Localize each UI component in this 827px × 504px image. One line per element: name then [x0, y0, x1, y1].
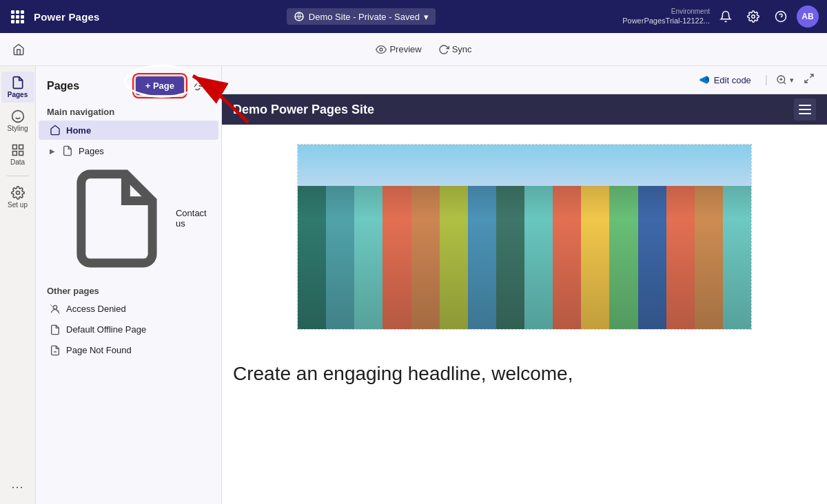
nav-item-home-label: Home — [66, 125, 91, 136]
app-launcher-icon[interactable] — [8, 8, 27, 26]
svg-point-3 — [380, 48, 382, 51]
page-nav-icon — [62, 145, 73, 156]
pages-panel-title: Pages — [47, 80, 130, 92]
sync-icon — [438, 44, 449, 55]
svg-line-14 — [784, 82, 786, 84]
svg-point-9 — [16, 191, 19, 195]
site-icon — [294, 11, 305, 22]
nav-item-pages[interactable]: ▶ Pages — [39, 141, 218, 160]
preview-label: Preview — [389, 44, 421, 54]
settings-button[interactable] — [742, 6, 765, 27]
sync-label: Sync — [452, 44, 472, 54]
environment-value: PowerPagesTrial-12122... — [622, 16, 710, 25]
expand-button[interactable] — [799, 70, 819, 90]
avatar[interactable]: AB — [797, 6, 819, 28]
styling-icon — [11, 109, 25, 123]
edit-toolbar: Edit code | ▾ — [222, 66, 827, 94]
svg-rect-7 — [19, 151, 23, 156]
svg-rect-8 — [12, 151, 17, 156]
app-name: Power Pages — [34, 11, 100, 23]
sidebar-data-label: Data — [10, 158, 25, 166]
svg-rect-5 — [12, 145, 17, 149]
vscode-icon — [699, 74, 710, 85]
home-icon — [12, 43, 25, 56]
preview-headline: Create an engaging headline, welcome, — [233, 349, 816, 392]
sidebar-styling-label: Styling — [7, 125, 28, 132]
main-layout: Pages Styling Data Set up ··· Pages — [0, 66, 827, 504]
preview-hamburger[interactable] — [794, 98, 816, 120]
gear-icon — [747, 10, 759, 23]
contact-nav-icon — [63, 165, 170, 272]
sync-button[interactable]: Sync — [433, 41, 478, 58]
sidebar-setup-label: Set up — [8, 201, 28, 209]
zoom-icon — [776, 74, 787, 85]
sidebar-separator — [7, 176, 29, 176]
nav-item-access-denied[interactable]: Access Denied — [39, 300, 218, 319]
svg-point-4 — [12, 111, 23, 123]
preview-content-area: Create an engaging headline, welcome, — [222, 349, 827, 392]
offline-page-icon — [50, 324, 61, 335]
nav-item-access-denied-label: Access Denied — [66, 304, 126, 314]
preview-button[interactable]: Preview — [370, 41, 427, 58]
top-bar: Power Pages Demo Site - Private - Saved … — [0, 0, 827, 33]
nav-item-pages-label: Pages — [79, 146, 104, 156]
sidebar-item-data[interactable]: Data — [1, 139, 34, 170]
svg-rect-6 — [19, 145, 23, 149]
link-icon — [194, 78, 206, 91]
sidebar-pages-label: Pages — [8, 91, 28, 98]
dot-grid — [11, 10, 24, 23]
other-pages-label: Other pages — [36, 282, 221, 299]
home-nav-icon — [50, 125, 61, 136]
toolbar-sep: | — [765, 74, 768, 86]
site-selector[interactable]: Demo Site - Private - Saved ▾ — [287, 8, 436, 25]
help-icon — [775, 10, 787, 23]
nav-item-contact[interactable]: Contact us — [39, 162, 218, 275]
more-dots: ··· — [11, 480, 23, 494]
page-preview: Demo Power Pages Site — [222, 94, 827, 504]
zoom-chevron: ▾ — [790, 76, 794, 85]
svg-line-17 — [810, 74, 813, 78]
sidebar-item-setup[interactable]: Set up — [1, 182, 34, 213]
pages-icon — [11, 76, 25, 90]
not-found-icon — [50, 345, 61, 356]
expand-icon — [804, 73, 815, 84]
second-bar: Preview Sync — [0, 33, 827, 66]
preview-icon — [376, 44, 387, 55]
zoom-control[interactable]: ▾ — [776, 74, 794, 85]
environment-label: Environment — [622, 7, 710, 16]
nav-item-offline-label: Default Offline Page — [66, 324, 146, 335]
preview-hero-image — [297, 144, 752, 330]
access-denied-icon — [50, 304, 61, 315]
pages-chevron: ▶ — [50, 147, 55, 155]
nav-item-not-found-label: Page Not Found — [66, 345, 132, 355]
preview-topbar: Demo Power Pages Site — [222, 94, 827, 125]
home-button[interactable] — [8, 39, 29, 60]
environment-block: Environment PowerPagesTrial-12122... — [622, 7, 710, 25]
add-page-button[interactable]: + Page — [136, 76, 184, 95]
svg-point-1 — [752, 15, 755, 19]
content-area: Edit code | ▾ Demo Power Pages Site — [222, 66, 827, 504]
nav-item-contact-label: Contact us — [176, 208, 207, 229]
sidebar-item-pages[interactable]: Pages — [1, 72, 34, 103]
main-navigation-label: Main navigation — [36, 103, 221, 120]
bell-icon — [719, 10, 732, 23]
edit-code-label: Edit code — [714, 75, 751, 85]
nav-item-not-found[interactable]: Page Not Found — [39, 341, 218, 360]
nav-item-home[interactable]: Home ··· — [39, 120, 218, 140]
svg-point-10 — [53, 306, 57, 309]
site-selector-label: Demo Site - Private - Saved — [309, 12, 420, 22]
pages-panel: Pages + Page Main navigation Home ··· ▶ — [36, 66, 222, 504]
preview-site-title: Demo Power Pages Site — [233, 103, 374, 117]
edit-code-button[interactable]: Edit code — [693, 72, 757, 88]
data-icon — [11, 143, 25, 157]
site-selector-chevron: ▾ — [424, 12, 429, 22]
sidebar-item-styling[interactable]: Styling — [1, 105, 34, 136]
notification-button[interactable] — [714, 6, 737, 27]
help-button[interactable] — [769, 6, 793, 27]
svg-line-18 — [805, 79, 808, 83]
nav-item-offline[interactable]: Default Offline Page — [39, 320, 218, 339]
link-pages-button[interactable] — [190, 74, 210, 97]
sidebar-item-more[interactable]: ··· — [1, 476, 34, 498]
icon-sidebar: Pages Styling Data Set up ··· — [0, 66, 36, 504]
setup-icon — [11, 186, 25, 200]
